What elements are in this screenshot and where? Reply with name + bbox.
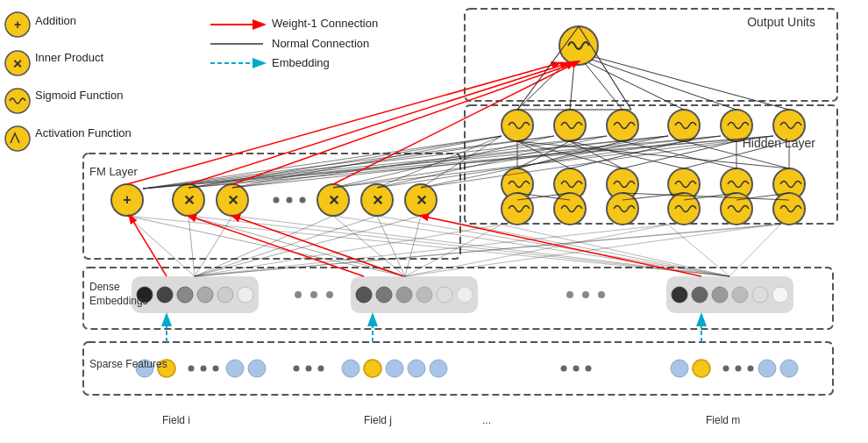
svg-line-175 <box>333 61 579 184</box>
svg-point-16 <box>396 287 412 303</box>
legend-weight1-label: Weight-1 Connection <box>272 17 378 30</box>
svg-text:+: + <box>123 192 131 207</box>
svg-point-73 <box>502 110 533 141</box>
svg-point-46 <box>723 366 729 372</box>
svg-point-72 <box>559 26 598 65</box>
svg-text:✕: ✕ <box>227 193 238 208</box>
svg-text:✕: ✕ <box>328 193 339 208</box>
dense-embeddings-label: DenseEmbeddings <box>89 281 148 308</box>
svg-text:✕: ✕ <box>416 193 427 208</box>
svg-point-87 <box>607 193 638 225</box>
svg-point-11 <box>197 287 213 303</box>
svg-point-55 <box>573 366 580 372</box>
svg-line-159 <box>729 225 780 276</box>
svg-point-10 <box>177 287 193 303</box>
svg-text:+: + <box>14 18 21 32</box>
svg-point-76 <box>668 110 700 141</box>
svg-point-15 <box>376 287 392 303</box>
svg-point-14 <box>356 287 372 303</box>
svg-point-21 <box>692 287 708 303</box>
svg-point-56 <box>586 366 592 372</box>
hidden-layer-label: Hidden Layer <box>743 136 815 150</box>
svg-point-88 <box>668 193 700 225</box>
legend-normal-label: Normal Connection <box>272 37 369 50</box>
svg-point-75 <box>607 110 638 141</box>
svg-point-64 <box>287 197 293 204</box>
svg-point-41 <box>386 360 403 377</box>
svg-line-134 <box>517 63 566 110</box>
svg-point-29 <box>566 291 573 298</box>
svg-point-50 <box>780 360 798 377</box>
svg-rect-4 <box>83 342 833 395</box>
svg-line-188 <box>517 26 579 110</box>
svg-line-91 <box>143 136 502 189</box>
svg-point-44 <box>671 360 688 377</box>
svg-point-26 <box>295 291 302 298</box>
svg-point-25 <box>772 287 788 303</box>
svg-point-54 <box>561 366 567 372</box>
svg-point-38 <box>248 360 266 377</box>
svg-point-18 <box>437 287 452 303</box>
fm-layer-label: FM Layer <box>89 165 138 178</box>
field-i-label: Field i <box>162 414 190 426</box>
svg-point-51 <box>294 366 300 372</box>
svg-point-45 <box>693 360 710 377</box>
svg-point-22 <box>712 287 728 303</box>
svg-point-36 <box>213 366 219 372</box>
svg-point-37 <box>226 360 244 377</box>
svg-text:✕: ✕ <box>183 193 195 208</box>
svg-line-189 <box>579 26 631 110</box>
svg-text:✕: ✕ <box>12 57 23 71</box>
svg-point-28 <box>326 291 333 298</box>
svg-point-52 <box>306 366 312 372</box>
diagram-container: + ✕ ✕ ✕ ✕ ✕ <box>0 0 868 443</box>
svg-point-90 <box>773 193 805 225</box>
svg-line-138 <box>592 60 736 110</box>
svg-point-48 <box>748 366 754 372</box>
svg-point-35 <box>201 366 207 372</box>
svg-point-17 <box>416 287 432 303</box>
field-j-label: Field j <box>364 414 392 426</box>
svg-point-31 <box>598 291 605 298</box>
svg-point-86 <box>554 193 586 225</box>
legend-addition-label: Addition <box>35 14 76 27</box>
svg-point-43 <box>430 360 447 377</box>
svg-point-47 <box>736 366 742 372</box>
svg-line-106 <box>333 136 773 188</box>
svg-point-42 <box>408 360 425 377</box>
svg-line-135 <box>570 63 574 110</box>
svg-point-74 <box>554 110 586 141</box>
svg-point-12 <box>217 287 233 303</box>
svg-point-40 <box>364 360 381 377</box>
legend-inner-product-label: Inner Product <box>35 51 103 64</box>
svg-point-53 <box>318 366 324 372</box>
svg-point-63 <box>274 197 280 204</box>
svg-line-162 <box>195 225 773 276</box>
field-m-label: Field m <box>706 414 740 426</box>
main-svg: + ✕ ✕ ✕ ✕ ✕ <box>0 0 868 443</box>
svg-line-103 <box>232 136 721 188</box>
svg-line-94 <box>143 136 668 189</box>
svg-point-186 <box>5 89 30 113</box>
sparse-features-label: Sparse Features <box>89 358 167 370</box>
svg-point-9 <box>157 287 173 303</box>
svg-point-23 <box>732 287 748 303</box>
field-ellipsis-label: ... <box>482 414 491 426</box>
svg-point-27 <box>310 291 317 298</box>
legend-activation-label: Activation Function <box>35 126 132 139</box>
svg-line-93 <box>143 136 607 189</box>
legend-sigmoid-label: Sigmoid Function <box>35 89 123 102</box>
svg-line-160 <box>195 225 502 276</box>
svg-point-34 <box>189 366 195 372</box>
svg-point-13 <box>238 287 253 303</box>
svg-point-49 <box>758 360 776 377</box>
svg-point-65 <box>300 197 306 204</box>
svg-text:✕: ✕ <box>372 193 383 208</box>
svg-point-20 <box>672 287 687 303</box>
legend-embedding-label: Embedding <box>272 56 330 69</box>
svg-point-39 <box>342 360 359 377</box>
svg-point-30 <box>582 291 589 298</box>
svg-point-85 <box>502 193 533 225</box>
svg-point-24 <box>752 287 768 303</box>
svg-point-19 <box>457 287 473 303</box>
